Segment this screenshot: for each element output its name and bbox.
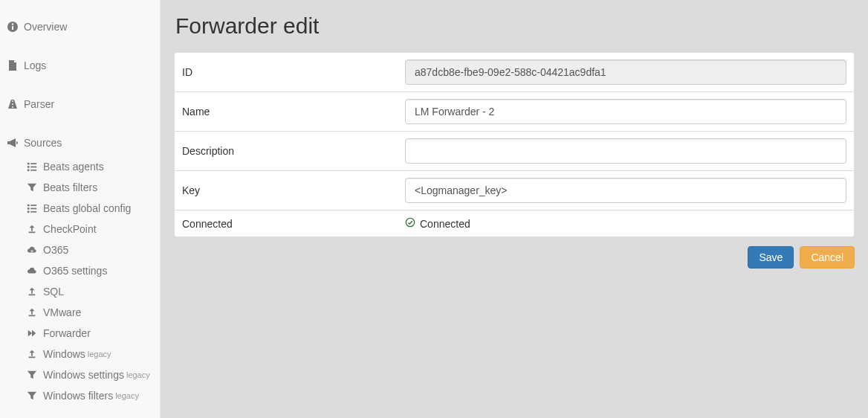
sidebar-item-checkpoint[interactable]: CheckPoint: [22, 219, 160, 239]
bullhorn-icon: [6, 137, 19, 149]
form-row-description: Description: [175, 132, 854, 171]
description-field[interactable]: [405, 138, 846, 164]
svg-rect-21: [29, 357, 36, 358]
svg-rect-12: [27, 205, 30, 207]
sidebar-item-label: Logs: [24, 60, 46, 71]
connected-status-text: Connected: [420, 218, 470, 230]
sidebar-item-windows[interactable]: Windows legacy: [22, 344, 160, 364]
sidebar-item-beats-global-config[interactable]: Beats global config: [22, 198, 160, 219]
svg-rect-4: [12, 103, 13, 105]
svg-rect-18: [29, 232, 36, 234]
sidebar-item-o365-settings[interactable]: O365 settings: [22, 260, 160, 281]
svg-rect-11: [30, 170, 36, 171]
key-label: Key: [182, 184, 405, 196]
form-row-key: Key: [175, 171, 854, 210]
filter-icon: [25, 370, 39, 380]
svg-rect-7: [30, 163, 36, 164]
sidebar-item-overview[interactable]: Overview: [0, 13, 160, 40]
sidebar-item-beats-filters[interactable]: Beats filters: [22, 177, 160, 198]
sidebar-item-label: Windows: [43, 348, 85, 360]
svg-rect-17: [30, 211, 36, 213]
cloud-icon: [25, 266, 39, 276]
svg-rect-5: [12, 106, 13, 108]
form-panel: ID Name Description Key Connected: [174, 52, 855, 237]
info-circle-icon: [6, 21, 19, 33]
svg-rect-13: [30, 205, 36, 206]
upload-icon: [25, 286, 39, 297]
page-title: Forwarder edit: [175, 13, 855, 39]
svg-rect-16: [27, 211, 30, 213]
save-button[interactable]: Save: [748, 246, 794, 269]
description-label: Description: [182, 145, 405, 157]
name-label: Name: [182, 106, 405, 118]
legacy-badge: legacy: [88, 350, 111, 358]
connected-label: Connected: [182, 218, 405, 230]
form-row-name: Name: [175, 92, 854, 132]
cancel-button[interactable]: Cancel: [800, 246, 855, 269]
id-label: ID: [182, 66, 405, 78]
svg-rect-10: [27, 170, 30, 172]
sidebar-item-label: O365 settings: [43, 265, 107, 277]
sidebar-item-windows-settings[interactable]: Windows settings legacy: [22, 364, 160, 385]
id-field: [405, 60, 846, 85]
form-row-connected: Connected Connected: [175, 210, 854, 237]
cloud-download-icon: [25, 245, 39, 255]
svg-point-22: [406, 218, 414, 226]
legacy-badge: legacy: [126, 370, 150, 379]
list-icon: [25, 161, 39, 172]
filter-icon: [25, 390, 39, 401]
upload-icon: [25, 349, 39, 359]
connected-status: Connected: [405, 217, 470, 230]
sidebar-item-label: Beats agents: [43, 161, 104, 173]
sidebar-item-o365[interactable]: O365: [22, 239, 160, 260]
sidebar-item-label: Beats global config: [43, 202, 131, 214]
sidebar-item-vmware[interactable]: VMware: [22, 302, 160, 323]
sidebar: Overview Logs Parser Sources Beats agent…: [0, 0, 161, 418]
sidebar-item-label: Forwarder: [43, 327, 91, 339]
sidebar-item-sql[interactable]: SQL: [22, 281, 160, 302]
sidebar-item-label: SQL: [43, 286, 64, 298]
sidebar-item-logs[interactable]: Logs: [0, 52, 160, 79]
sidebar-item-forwarder[interactable]: Forwarder: [22, 323, 160, 344]
form-row-id: ID: [175, 53, 854, 92]
sidebar-item-parser[interactable]: Parser: [0, 91, 160, 118]
content-area: Forwarder edit ID Name Description Key: [161, 0, 868, 418]
svg-rect-8: [27, 166, 30, 168]
sidebar-submenu-sources: Beats agents Beats filters Beats global …: [0, 156, 160, 406]
list-icon: [25, 203, 39, 213]
upload-icon: [25, 307, 39, 318]
svg-rect-3: [12, 100, 13, 102]
sidebar-item-label: CheckPoint: [43, 223, 97, 235]
check-circle-icon: [405, 217, 415, 230]
upload-icon: [25, 224, 39, 234]
file-icon: [6, 60, 19, 71]
sidebar-item-sources[interactable]: Sources: [0, 129, 160, 156]
sidebar-item-label: Windows filters: [43, 390, 113, 402]
svg-point-2: [12, 23, 13, 25]
legacy-badge: legacy: [115, 391, 139, 400]
name-field[interactable]: [405, 99, 846, 124]
sidebar-item-label: O365: [43, 244, 68, 256]
svg-rect-6: [27, 163, 30, 165]
sidebar-item-label: Overview: [24, 21, 67, 33]
button-row: Save Cancel: [174, 237, 855, 291]
sidebar-item-windows-filters[interactable]: Windows filters legacy: [22, 385, 160, 406]
svg-rect-15: [30, 208, 36, 210]
sidebar-item-label: VMware: [43, 306, 81, 318]
svg-rect-20: [29, 315, 36, 317]
svg-rect-19: [29, 295, 36, 296]
svg-rect-9: [30, 167, 36, 168]
svg-rect-14: [27, 208, 30, 210]
sidebar-item-label: Sources: [24, 137, 62, 149]
sidebar-item-label: Beats filters: [43, 181, 97, 193]
svg-rect-1: [12, 26, 13, 30]
filter-icon: [25, 182, 39, 193]
road-icon: [6, 98, 19, 110]
sidebar-item-beats-agents[interactable]: Beats agents: [22, 156, 160, 177]
sidebar-item-label: Parser: [24, 98, 54, 110]
key-field[interactable]: [405, 178, 846, 203]
sidebar-item-label: Windows settings: [43, 369, 124, 381]
forward-icon: [25, 328, 39, 338]
